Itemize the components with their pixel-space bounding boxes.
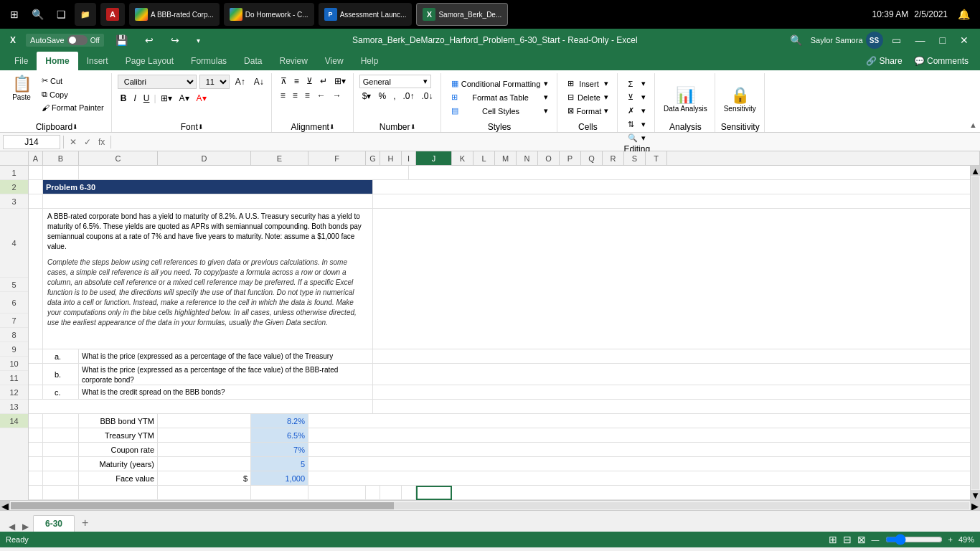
scroll-left-button[interactable]: ◀ [0, 501, 10, 511]
font-size-dropdown[interactable]: 11 [199, 75, 230, 89]
cell-e14[interactable] [251, 486, 308, 500]
close-button[interactable]: ✕ [954, 32, 974, 49]
cell-a3[interactable] [29, 194, 43, 209]
cell-b9[interactable] [43, 414, 79, 428]
insert-function-button[interactable]: fx [95, 136, 108, 149]
sheet-tab-6-30[interactable]: 6-30 [33, 515, 75, 532]
tab-insert[interactable]: Insert [78, 52, 117, 70]
view-normal-button[interactable]: ⊞ [829, 534, 837, 545]
col-header-c[interactable]: C [79, 151, 158, 165]
row-num-6[interactable]: 6 [0, 292, 28, 314]
cell-e13[interactable]: 1,000 [251, 471, 308, 486]
row-num-7[interactable]: 7 [0, 314, 28, 328]
row-num-4[interactable]: 4 [0, 209, 28, 278]
col-header-j[interactable]: J [416, 151, 452, 165]
confirm-formula-button[interactable]: ✓ [81, 136, 94, 149]
col-header-f[interactable]: F [308, 151, 366, 165]
add-sheet-button[interactable]: + [76, 514, 94, 532]
col-header-s[interactable]: S [624, 151, 646, 165]
delete-button[interactable]: ⊟ Delete ▾ [563, 91, 613, 103]
taskbar-chrome-hw[interactable]: Do Homework - C... [224, 3, 314, 26]
cell-e12[interactable]: 5 [251, 457, 308, 471]
format-as-table-button[interactable]: ⊞ Format as Table ▾ [447, 91, 552, 103]
comments-button[interactable]: 💬 Comments [908, 52, 974, 70]
col-header-h[interactable]: H [380, 151, 402, 165]
wrap-text-button[interactable]: ↵ [317, 75, 330, 88]
cell-d10[interactable] [158, 428, 251, 443]
row-num-1[interactable]: 1 [0, 166, 28, 180]
bold-button[interactable]: B [118, 92, 130, 105]
format-button[interactable]: ⊠ Format ▾ [563, 105, 613, 117]
cell-b1[interactable] [43, 166, 79, 180]
taskbar-chrome-assess[interactable]: P Assessment Launc... [319, 3, 413, 26]
cell-a10[interactable] [29, 428, 43, 443]
cell-c10[interactable]: Treasury YTM [79, 428, 158, 443]
col-header-n[interactable]: N [517, 151, 538, 165]
tab-home[interactable]: Home [37, 52, 77, 70]
cell-c12[interactable]: Maturity (years) [79, 457, 158, 471]
row-num-10[interactable]: 10 [0, 357, 28, 371]
cell-styles-button[interactable]: ▤ Cell Styles ▾ [447, 105, 552, 117]
fill-color-button[interactable]: A▾ [176, 92, 192, 105]
font-expand-icon[interactable]: ⬇ [198, 123, 204, 131]
row-num-3[interactable]: 3 [0, 194, 28, 209]
row-num-13[interactable]: 13 [0, 400, 28, 414]
autosave-control[interactable]: AutoSave Off [26, 34, 104, 47]
col-header-l[interactable]: L [473, 151, 495, 165]
minimize-button[interactable]: — [910, 32, 931, 49]
cell-d14[interactable] [158, 486, 251, 500]
cell-b14[interactable] [43, 486, 79, 500]
currency-button[interactable]: $▾ [359, 90, 374, 103]
row-num-8[interactable]: 8 [0, 328, 28, 342]
cell-d11[interactable] [158, 443, 251, 457]
tab-page-layout[interactable]: Page Layout [117, 52, 182, 70]
conditional-formatting-button[interactable]: ▦ Conditional Formatting ▾ [447, 77, 552, 90]
data-analysis-button[interactable]: 📊 Data Analysis [661, 86, 710, 114]
cell-c13[interactable]: Face value [79, 471, 158, 486]
cancel-formula-button[interactable]: ✕ [67, 136, 80, 149]
row-num-2[interactable]: 2 [0, 180, 28, 194]
col-header-p[interactable]: P [560, 151, 581, 165]
copy-button[interactable]: ⧉ Copy [39, 88, 107, 100]
alignment-expand-icon[interactable]: ⬇ [329, 123, 335, 131]
cell-c5[interactable]: What is the price (expressed as a percen… [79, 349, 373, 364]
tab-data[interactable]: Data [235, 52, 270, 70]
zoom-slider[interactable] [885, 534, 943, 545]
cell-a14[interactable] [29, 486, 43, 500]
tab-view[interactable]: View [316, 52, 352, 70]
vertical-scrollbar[interactable]: ▲ ▼ [970, 166, 980, 500]
scroll-up-button[interactable]: ▲ [971, 166, 980, 176]
increase-decimal-button[interactable]: .0↑ [400, 90, 418, 103]
maximize-button[interactable]: □ [934, 32, 951, 49]
save-button[interactable]: 💾 [110, 32, 133, 49]
align-bottom-button[interactable]: ⊻ [303, 75, 316, 88]
horizontal-scroll-thumb[interactable] [11, 502, 394, 509]
tab-formulas[interactable]: Formulas [182, 52, 235, 70]
col-header-a[interactable]: A [29, 151, 43, 165]
sort-filter-button[interactable]: ⇅▾ [623, 118, 650, 131]
cell-c9[interactable]: BBB bond YTM [79, 414, 158, 428]
col-header-m[interactable]: M [495, 151, 517, 165]
scroll-right-button[interactable]: ▶ [970, 501, 980, 511]
cell-b2[interactable]: Problem 6-30 [43, 180, 373, 194]
col-header-d[interactable]: D [158, 151, 251, 165]
cell-b13[interactable] [43, 471, 79, 486]
cell-cdef1[interactable] [79, 166, 409, 180]
scroll-tabs-right[interactable]: ▶ [19, 522, 32, 532]
tab-file[interactable]: File [6, 52, 37, 70]
zoom-minus[interactable]: — [872, 535, 880, 544]
cell-b7[interactable]: c. [43, 385, 79, 400]
align-right-button[interactable]: ≡ [302, 89, 313, 102]
tab-review[interactable]: Review [270, 52, 316, 70]
taskview-button[interactable]: ❑ [52, 6, 70, 23]
cell-d9[interactable] [158, 414, 251, 428]
align-center-button[interactable]: ≡ [290, 89, 301, 102]
decrease-decimal-button[interactable]: .0↓ [419, 90, 436, 103]
undo-button[interactable]: ↩ [139, 32, 159, 49]
sensitivity-button[interactable]: 🔒 Sensitivity [721, 86, 759, 114]
cell-a7[interactable] [29, 385, 43, 400]
cell-b6[interactable]: b. [43, 364, 79, 385]
align-left-button[interactable]: ≡ [278, 89, 288, 102]
cell-i14[interactable] [402, 486, 416, 500]
cell-b10[interactable] [43, 428, 79, 443]
